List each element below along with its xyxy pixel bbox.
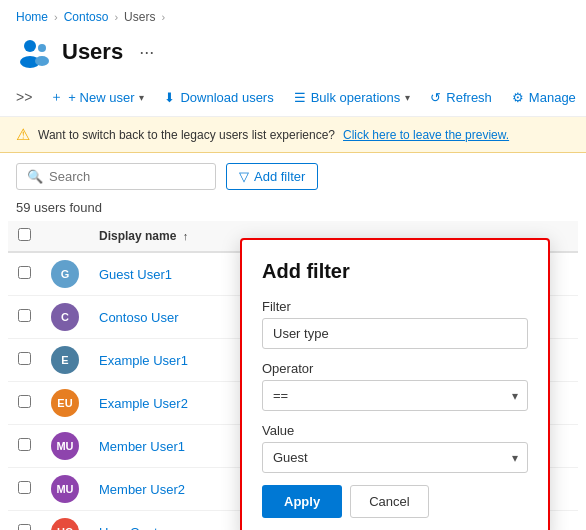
row-checkbox-cell [8, 252, 41, 296]
refresh-icon: ↺ [430, 90, 441, 105]
search-box: 🔍 [16, 163, 216, 190]
display-name-label: Display name [99, 229, 176, 243]
add-filter-panel: Add filter Filter Operator == != contain… [240, 238, 550, 530]
row-checkbox[interactable] [18, 309, 31, 322]
user-name-link[interactable]: Guest User1 [99, 267, 172, 282]
avatar: MU [51, 432, 79, 460]
new-user-caret: ▾ [139, 92, 144, 103]
add-filter-button[interactable]: ▽ Add filter [226, 163, 318, 190]
avatar-cell: E [41, 339, 89, 382]
ellipsis-button[interactable]: ··· [133, 40, 160, 65]
user-name-link[interactable]: User Contoso [99, 525, 178, 531]
user-name-link[interactable]: Contoso User [99, 310, 178, 325]
select-all-checkbox[interactable] [18, 228, 31, 241]
avatar-cell: UC [41, 511, 89, 531]
avatar-cell: MU [41, 425, 89, 468]
row-checkbox[interactable] [18, 524, 31, 530]
avatar: EU [51, 389, 79, 417]
toolbar: >> ＋ + New user ▾ ⬇ Download users ☰ Bul… [0, 78, 586, 117]
warning-icon: ⚠ [16, 125, 30, 144]
row-checkbox[interactable] [18, 352, 31, 365]
select-all-header [8, 221, 41, 252]
bulk-operations-button[interactable]: ☰ Bulk operations ▾ [284, 84, 421, 111]
add-filter-label: Add filter [254, 169, 305, 184]
page-title: Users [62, 39, 123, 65]
svg-point-2 [38, 44, 46, 52]
bulk-label: Bulk operations [311, 90, 401, 105]
manage-button[interactable]: ⚙ Manage [502, 84, 586, 111]
row-checkbox[interactable] [18, 438, 31, 451]
avatar-cell: EU [41, 382, 89, 425]
breadcrumb-sep-3: › [161, 11, 165, 23]
avatar-cell: C [41, 296, 89, 339]
user-name-link[interactable]: Member User2 [99, 482, 185, 497]
bulk-caret: ▾ [405, 92, 410, 103]
row-checkbox[interactable] [18, 266, 31, 279]
warning-text: Want to switch back to the legacy users … [38, 128, 335, 142]
value-select[interactable]: Guest Member [262, 442, 528, 473]
bulk-icon: ☰ [294, 90, 306, 105]
svg-point-3 [35, 56, 49, 66]
expand-nav-button[interactable]: >> [8, 83, 40, 111]
operator-label: Operator [262, 361, 528, 376]
svg-point-0 [24, 40, 36, 52]
row-checkbox-cell [8, 425, 41, 468]
user-name-link[interactable]: Member User1 [99, 439, 185, 454]
avatar: UC [51, 518, 79, 530]
breadcrumb-home[interactable]: Home [16, 10, 48, 24]
gear-icon: ⚙ [512, 90, 524, 105]
warning-link[interactable]: Click here to leave the preview. [343, 128, 509, 142]
avatar: E [51, 346, 79, 374]
filter-bar: 🔍 ▽ Add filter [0, 153, 586, 196]
search-icon: 🔍 [27, 169, 43, 184]
users-icon [16, 34, 52, 70]
search-input[interactable] [49, 169, 189, 184]
page-header: Users ··· [0, 30, 586, 78]
panel-actions: Apply Cancel [262, 485, 528, 518]
row-checkbox-cell [8, 339, 41, 382]
row-checkbox[interactable] [18, 481, 31, 494]
download-icon: ⬇ [164, 90, 175, 105]
panel-title: Add filter [262, 260, 528, 283]
breadcrumb: Home › Contoso › Users › [0, 0, 586, 30]
avatar-cell: MU [41, 468, 89, 511]
avatar: G [51, 260, 79, 288]
breadcrumb-sep-2: › [114, 11, 118, 23]
operator-select[interactable]: == != contains [262, 380, 528, 411]
row-checkbox-cell [8, 468, 41, 511]
value-select-wrapper: Guest Member ▾ [262, 442, 528, 473]
breadcrumb-users: Users [124, 10, 155, 24]
row-checkbox-cell [8, 382, 41, 425]
value-label: Value [262, 423, 528, 438]
avatar-cell: G [41, 252, 89, 296]
new-user-button[interactable]: ＋ + New user ▾ [40, 82, 154, 112]
row-checkbox-cell [8, 296, 41, 339]
row-checkbox-cell [8, 511, 41, 531]
new-user-label: + New user [68, 90, 134, 105]
cancel-button[interactable]: Cancel [350, 485, 428, 518]
avatar: C [51, 303, 79, 331]
filter-icon: ▽ [239, 169, 249, 184]
refresh-label: Refresh [446, 90, 492, 105]
filter-field-input[interactable] [262, 318, 528, 349]
warning-banner: ⚠ Want to switch back to the legacy user… [0, 117, 586, 153]
row-checkbox[interactable] [18, 395, 31, 408]
plus-icon: ＋ [50, 88, 63, 106]
manage-label: Manage [529, 90, 576, 105]
apply-button[interactable]: Apply [262, 485, 342, 518]
breadcrumb-contoso[interactable]: Contoso [64, 10, 109, 24]
user-name-link[interactable]: Example User2 [99, 396, 188, 411]
filter-field-label: Filter [262, 299, 528, 314]
refresh-button[interactable]: ↺ Refresh [420, 84, 502, 111]
breadcrumb-sep-1: › [54, 11, 58, 23]
users-count: 59 users found [0, 196, 586, 221]
download-users-button[interactable]: ⬇ Download users [154, 84, 283, 111]
download-label: Download users [180, 90, 273, 105]
user-name-link[interactable]: Example User1 [99, 353, 188, 368]
avatar-col-header [41, 221, 89, 252]
sort-icon: ↑ [183, 230, 189, 242]
operator-select-wrapper: == != contains ▾ [262, 380, 528, 411]
avatar: MU [51, 475, 79, 503]
